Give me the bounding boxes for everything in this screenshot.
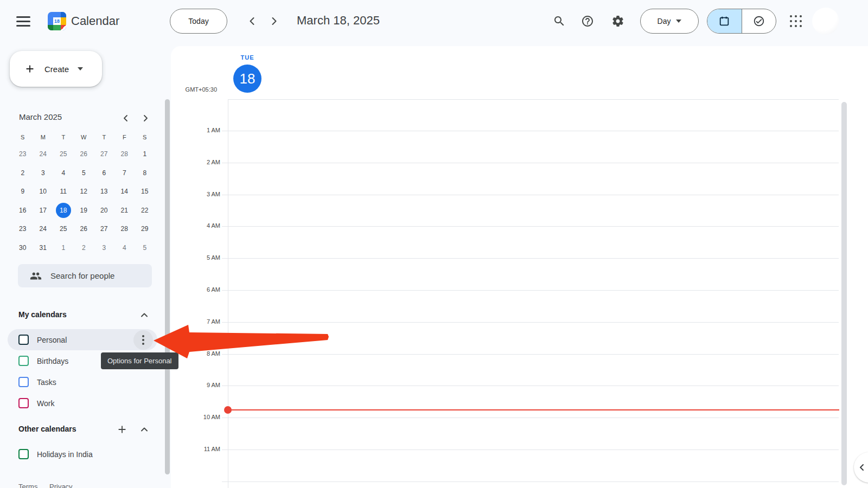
calendar-item-label: Personal bbox=[37, 336, 67, 344]
calendar-view-toggle[interactable] bbox=[707, 9, 742, 33]
people-icon bbox=[30, 270, 42, 282]
tasks-view-toggle[interactable] bbox=[742, 9, 776, 33]
mini-calendar-day[interactable]: 17 bbox=[33, 201, 54, 220]
hour-grid-line bbox=[222, 290, 839, 291]
mini-calendar-day[interactable]: 31 bbox=[33, 239, 54, 258]
calendar-checkbox[interactable] bbox=[18, 449, 29, 459]
hour-grid-line bbox=[222, 450, 839, 450]
mini-calendar-day[interactable]: 29 bbox=[135, 220, 155, 239]
mini-calendar-day[interactable]: 3 bbox=[33, 164, 54, 183]
mini-calendar-day[interactable]: 2 bbox=[12, 164, 33, 183]
other-calendars-header: Other calendars bbox=[18, 425, 76, 433]
mini-calendar-day[interactable]: 20 bbox=[94, 201, 114, 220]
mini-calendar-day-header: T bbox=[53, 130, 74, 145]
mini-calendar-day[interactable]: 13 bbox=[94, 182, 114, 201]
day-view-scrollbar[interactable] bbox=[841, 102, 847, 485]
mini-calendar-prev-button[interactable] bbox=[119, 112, 132, 125]
previous-day-button[interactable] bbox=[246, 15, 259, 28]
my-calendars-header: My calendars bbox=[18, 310, 67, 319]
hour-label: 4 AM bbox=[175, 222, 220, 229]
calendar-item-personal[interactable]: Personal bbox=[8, 329, 157, 350]
day-column-border bbox=[228, 99, 228, 488]
mini-calendar-day[interactable]: 7 bbox=[114, 164, 135, 183]
main-menu-icon[interactable] bbox=[16, 16, 30, 27]
calendar-options-button[interactable] bbox=[133, 330, 153, 350]
today-button[interactable]: Today bbox=[170, 9, 227, 34]
mini-calendar-day[interactable]: 24 bbox=[33, 220, 54, 239]
settings-gear-icon[interactable] bbox=[607, 10, 629, 32]
calendar-logo-icon: 18 bbox=[48, 12, 66, 30]
calendar-checkbox[interactable] bbox=[18, 335, 29, 345]
mini-calendar-day[interactable]: 2 bbox=[74, 239, 94, 258]
terms-privacy-links[interactable]: Terms Privacy bbox=[18, 483, 73, 488]
mini-calendar-day[interactable]: 11 bbox=[53, 182, 74, 201]
mini-calendar-day[interactable]: 9 bbox=[12, 182, 33, 201]
avatar[interactable] bbox=[812, 8, 839, 35]
mini-calendar-day[interactable]: 12 bbox=[74, 182, 94, 201]
mini-calendar-day[interactable]: 25 bbox=[53, 145, 74, 164]
search-for-people-input[interactable]: Search for people bbox=[18, 264, 152, 287]
current-time-line bbox=[228, 409, 839, 410]
mini-calendar-day[interactable]: 1 bbox=[135, 145, 155, 164]
mini-calendar-day[interactable]: 6 bbox=[94, 164, 114, 183]
mini-calendar-day[interactable]: 21 bbox=[114, 201, 135, 220]
my-calendars-collapse-icon[interactable] bbox=[138, 309, 151, 322]
mini-calendar-day[interactable]: 24 bbox=[33, 145, 54, 164]
create-button-label: Create bbox=[44, 65, 69, 74]
mini-calendar-day[interactable]: 22 bbox=[135, 201, 155, 220]
mini-calendar-day[interactable]: 27 bbox=[94, 220, 114, 239]
mini-calendar-day[interactable]: 23 bbox=[12, 145, 33, 164]
grid-line-noon bbox=[222, 481, 839, 482]
hour-grid-line bbox=[222, 418, 839, 418]
mini-calendar-next-button[interactable] bbox=[139, 112, 152, 125]
hour-label: 6 AM bbox=[175, 286, 220, 293]
mini-calendar-day[interactable]: 3 bbox=[94, 239, 114, 258]
mini-calendar-day[interactable]: 1 bbox=[53, 239, 74, 258]
mini-calendar-day[interactable]: 5 bbox=[135, 239, 155, 258]
help-icon[interactable] bbox=[577, 10, 598, 32]
sidebar-scrollbar[interactable] bbox=[165, 99, 170, 474]
mini-calendar-selected-day[interactable]: 18 bbox=[53, 201, 74, 220]
mini-calendar-day[interactable]: 8 bbox=[135, 164, 155, 183]
calendar-item-holidays-in-india[interactable]: Holidays in India bbox=[8, 444, 157, 465]
create-button[interactable]: Create bbox=[10, 51, 102, 87]
mini-calendar-day[interactable]: 23 bbox=[12, 220, 33, 239]
hour-label: 3 AM bbox=[175, 191, 220, 197]
search-icon[interactable] bbox=[548, 10, 570, 32]
mini-calendar-day-header: F bbox=[114, 130, 135, 145]
mini-calendar-day[interactable]: 28 bbox=[114, 145, 135, 164]
mini-calendar-day[interactable]: 26 bbox=[74, 220, 94, 239]
mini-calendar-day[interactable]: 15 bbox=[135, 182, 155, 201]
calendar-item-label: Holidays in India bbox=[37, 450, 93, 459]
mini-calendar-day[interactable]: 4 bbox=[53, 164, 74, 183]
google-apps-icon[interactable] bbox=[790, 15, 802, 27]
calendar-checkbox[interactable] bbox=[18, 398, 29, 408]
current-time-dot bbox=[224, 406, 232, 414]
hour-grid-line bbox=[222, 354, 839, 355]
view-selector-dropdown[interactable]: Day bbox=[640, 9, 699, 34]
calendar-checkbox[interactable] bbox=[18, 377, 29, 387]
add-other-calendars-button[interactable] bbox=[116, 423, 129, 436]
selected-day-circle[interactable]: 18 bbox=[233, 65, 261, 93]
calendar-item-label: Tasks bbox=[37, 378, 56, 387]
mini-calendar-day[interactable]: 16 bbox=[12, 201, 33, 220]
calendar-item-tasks[interactable]: Tasks bbox=[8, 371, 157, 393]
other-calendars-collapse-icon[interactable] bbox=[138, 423, 151, 436]
hour-label: 5 AM bbox=[175, 254, 220, 261]
mini-calendar-day[interactable]: 25 bbox=[53, 220, 74, 239]
next-day-button[interactable] bbox=[267, 15, 280, 28]
mini-calendar-day[interactable]: 10 bbox=[33, 182, 54, 201]
mini-calendar-day[interactable]: 26 bbox=[74, 145, 94, 164]
mini-calendar-day[interactable]: 19 bbox=[74, 201, 94, 220]
mini-calendar-day[interactable]: 14 bbox=[114, 182, 135, 201]
mini-calendar-day[interactable]: 4 bbox=[114, 239, 135, 258]
mini-calendar-day[interactable]: 30 bbox=[12, 239, 33, 258]
chevron-down-icon bbox=[676, 20, 681, 23]
hour-grid-line bbox=[222, 258, 839, 259]
mini-calendar-day[interactable]: 28 bbox=[114, 220, 135, 239]
calendar-item-work[interactable]: Work bbox=[8, 393, 157, 414]
mini-calendar-day[interactable]: 27 bbox=[94, 145, 114, 164]
calendar-checkbox[interactable] bbox=[18, 356, 29, 366]
hour-label: 2 AM bbox=[175, 159, 220, 165]
mini-calendar-day[interactable]: 5 bbox=[74, 164, 94, 183]
